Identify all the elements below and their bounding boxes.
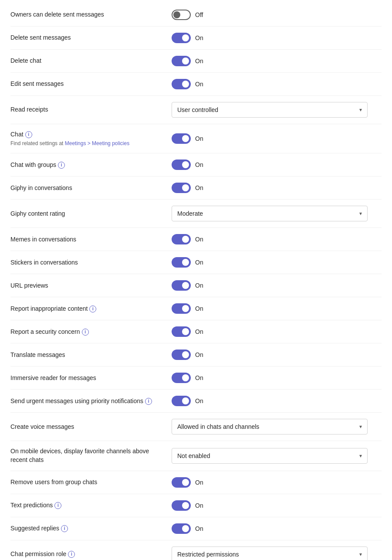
setting-control-owners-delete: Off: [172, 10, 382, 20]
setting-row-giphy-conversations: Giphy in conversationsOn: [10, 176, 382, 200]
dropdown-giphy-content-rating[interactable]: Moderate▾: [172, 206, 368, 221]
info-icon-chat-permission-role[interactable]: i: [68, 551, 75, 558]
setting-label-edit-sent: Edit sent messages: [10, 80, 172, 88]
toggle-thumb-delete-sent: [182, 34, 189, 41]
setting-control-chat-permission-role: Restricted permissions▾: [172, 546, 382, 560]
toggle-chat-with-groups[interactable]: [172, 160, 191, 170]
toggle-label-stickers: On: [195, 259, 203, 266]
toggle-delete-chat[interactable]: [172, 56, 191, 66]
info-icon-report-inappropriate[interactable]: i: [89, 305, 96, 312]
setting-control-chat-with-groups: On: [172, 160, 382, 170]
dropdown-chevron-voice-messages: ▾: [359, 424, 362, 430]
setting-row-mobile-channels: On mobile devices, display favorite chan…: [10, 441, 382, 471]
toggle-label-urgent-messages: On: [195, 397, 203, 404]
toggle-thumb-owners-delete: [173, 11, 180, 18]
setting-row-chat: ChatiFind related settings at Meetings >…: [10, 124, 382, 153]
setting-row-voice-messages: Create voice messagesAllowed in chats an…: [10, 413, 382, 441]
toggle-label-chat: On: [195, 135, 203, 142]
toggle-giphy-conversations[interactable]: [172, 183, 191, 193]
setting-control-report-inappropriate: On: [172, 303, 382, 314]
setting-row-chat-permission-role: Chat permission roleiRestricted permissi…: [10, 540, 382, 560]
setting-row-text-predictions: Text predictionsiOn: [10, 494, 382, 517]
info-icon-chat-with-groups[interactable]: i: [58, 162, 65, 169]
setting-control-immersive-reader: On: [172, 373, 382, 383]
setting-label-chat: ChatiFind related settings at Meetings >…: [10, 130, 172, 147]
setting-label-giphy-conversations: Giphy in conversations: [10, 184, 172, 193]
toggle-label-memes: On: [195, 236, 203, 243]
toggle-stickers[interactable]: [172, 257, 191, 268]
setting-label-delete-chat: Delete chat: [10, 57, 172, 65]
dropdown-text-giphy-content-rating: Moderate: [177, 210, 203, 217]
setting-label-translate-messages: Translate messages: [10, 351, 172, 360]
toggle-report-inappropriate[interactable]: [172, 303, 191, 314]
setting-control-edit-sent: On: [172, 79, 382, 89]
toggle-report-security[interactable]: [172, 326, 191, 337]
setting-control-voice-messages: Allowed in chats and channels▾: [172, 419, 382, 434]
setting-label-suggested-replies: Suggested repliesi: [10, 524, 172, 533]
setting-control-delete-chat: On: [172, 56, 382, 66]
toggle-label-delete-sent: On: [195, 34, 203, 41]
setting-row-translate-messages: Translate messagesOn: [10, 343, 382, 367]
setting-row-report-inappropriate: Report inappropriate contentiOn: [10, 297, 382, 320]
toggle-urgent-messages[interactable]: [172, 396, 191, 406]
setting-control-text-predictions: On: [172, 500, 382, 511]
setting-label-mobile-channels: On mobile devices, display favorite chan…: [10, 447, 172, 464]
dropdown-text-voice-messages: Allowed in chats and channels: [177, 423, 259, 430]
info-icon-text-predictions[interactable]: i: [54, 502, 61, 509]
setting-control-translate-messages: On: [172, 350, 382, 360]
toggle-text-predictions[interactable]: [172, 500, 191, 511]
setting-control-suggested-replies: On: [172, 523, 382, 534]
setting-row-delete-chat: Delete chatOn: [10, 50, 382, 73]
toggle-label-owners-delete: Off: [195, 11, 203, 18]
toggle-delete-sent[interactable]: [172, 33, 191, 43]
toggle-immersive-reader[interactable]: [172, 373, 191, 383]
toggle-chat[interactable]: [172, 133, 191, 144]
setting-control-delete-sent: On: [172, 33, 382, 43]
setting-row-remove-users: Remove users from group chatsOn: [10, 471, 382, 494]
toggle-owners-delete[interactable]: [172, 10, 191, 20]
info-icon-report-security[interactable]: i: [82, 329, 89, 336]
toggle-url-previews[interactable]: [172, 280, 191, 291]
toggle-thumb-suggested-replies: [182, 525, 189, 532]
dropdown-chevron-chat-permission-role: ▾: [359, 551, 362, 557]
setting-row-memes: Memes in conversationsOn: [10, 228, 382, 251]
toggle-thumb-edit-sent: [182, 81, 189, 88]
toggle-thumb-text-predictions: [182, 502, 189, 509]
setting-label-chat-permission-role: Chat permission rolei: [10, 550, 172, 559]
setting-control-memes: On: [172, 234, 382, 244]
toggle-label-delete-chat: On: [195, 58, 203, 64]
dropdown-read-receipts[interactable]: User controlled▾: [172, 102, 368, 118]
toggle-label-chat-with-groups: On: [195, 161, 203, 168]
dropdown-text-chat-permission-role: Restricted permissions: [177, 551, 239, 558]
toggle-memes[interactable]: [172, 234, 191, 244]
dropdown-voice-messages[interactable]: Allowed in chats and channels▾: [172, 419, 368, 434]
toggle-label-suggested-replies: On: [195, 525, 203, 532]
toggle-edit-sent[interactable]: [172, 79, 191, 89]
dropdown-mobile-channels[interactable]: Not enabled▾: [172, 448, 368, 464]
setting-label-delete-sent: Delete sent messages: [10, 34, 172, 42]
toggle-label-edit-sent: On: [195, 81, 203, 88]
setting-label-stickers: Stickers in conversations: [10, 258, 172, 267]
setting-control-report-security: On: [172, 326, 382, 337]
dropdown-text-mobile-channels: Not enabled: [177, 452, 210, 459]
setting-control-urgent-messages: On: [172, 396, 382, 406]
toggle-translate-messages[interactable]: [172, 350, 191, 360]
setting-row-edit-sent: Edit sent messagesOn: [10, 73, 382, 96]
setting-label-urgent-messages: Send urgent messages using priority noti…: [10, 397, 172, 406]
toggle-label-url-previews: On: [195, 282, 203, 289]
toggle-label-report-inappropriate: On: [195, 305, 203, 312]
setting-control-mobile-channels: Not enabled▾: [172, 448, 382, 464]
setting-control-stickers: On: [172, 257, 382, 268]
dropdown-chat-permission-role[interactable]: Restricted permissions▾: [172, 546, 368, 560]
toggle-suggested-replies[interactable]: [172, 523, 191, 534]
info-icon-urgent-messages[interactable]: i: [145, 398, 152, 405]
meetings-link[interactable]: Meetings > Meeting policies: [65, 140, 129, 146]
info-icon-suggested-replies[interactable]: i: [61, 525, 68, 532]
setting-row-url-previews: URL previewsOn: [10, 274, 382, 297]
setting-control-remove-users: On: [172, 477, 382, 488]
info-icon-chat[interactable]: i: [25, 131, 32, 138]
setting-label-remove-users: Remove users from group chats: [10, 478, 172, 487]
setting-control-giphy-conversations: On: [172, 183, 382, 193]
setting-label-report-inappropriate: Report inappropriate contenti: [10, 305, 172, 313]
toggle-remove-users[interactable]: [172, 477, 191, 488]
